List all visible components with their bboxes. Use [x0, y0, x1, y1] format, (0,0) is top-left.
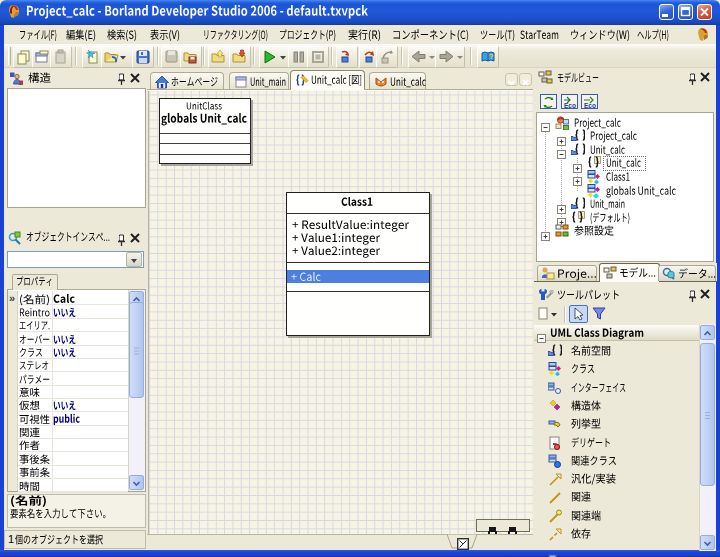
svg-text:?: ?: [489, 53, 493, 60]
svg-text:Eco: Eco: [584, 102, 596, 109]
svg-text:Eco: Eco: [564, 102, 576, 109]
